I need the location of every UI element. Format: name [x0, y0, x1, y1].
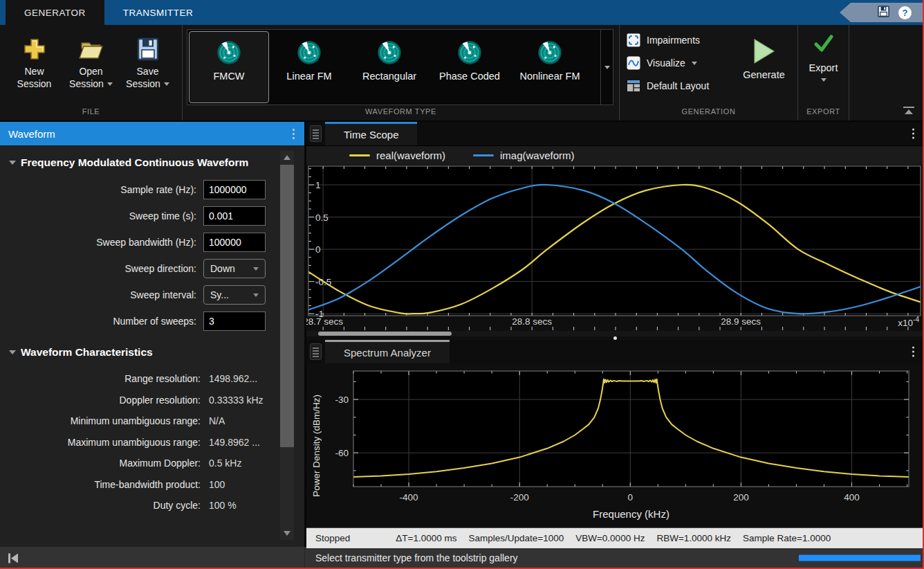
sweep-bandwidth-input[interactable]	[203, 233, 266, 252]
gallery-item-fmcw[interactable]: FMCW	[189, 31, 269, 103]
open-folder-icon	[77, 33, 105, 65]
svg-text:28.7 secs: 28.7 secs	[306, 316, 343, 327]
svg-text:x10-4: x10-4	[898, 316, 919, 328]
export-dropdown-icon	[821, 78, 826, 82]
tab-time-scope[interactable]: Time Scope	[325, 122, 417, 145]
help-icon[interactable]: ?	[898, 6, 912, 19]
tab-spectrum-analyzer[interactable]: Spectrum Analyzer	[325, 340, 450, 363]
time-bandwidth-product-label: Time-bandwidth product:	[0, 479, 201, 490]
fmcw-form: Sample rate (Hz): Sweep time (s): Sweep …	[0, 180, 279, 331]
char-row-range-resolution: Range resolution: 1498.962...	[0, 368, 279, 390]
titlebar: GENERATOR TRANSMITTER ?	[0, 0, 924, 25]
time-scope-plot[interactable]: 10.50-0.5-128.7 secs28.8 secs28.9 secsx1…	[306, 165, 924, 331]
scrollbar-thumb[interactable]	[280, 165, 294, 447]
sample-rate-input[interactable]	[203, 180, 266, 199]
section-header-fmcw[interactable]: Frequency Modulated Continuous Waveform	[0, 156, 279, 169]
section2-title: Waveform Characteristics	[21, 346, 153, 359]
char-row-max-unambiguous-range: Maximum unambiguous range: 149.8962 ...	[0, 432, 279, 453]
collapse-ribbon-button[interactable]	[903, 107, 914, 115]
visualize-icon	[627, 56, 640, 70]
number-of-sweeps-input[interactable]	[203, 311, 266, 331]
generate-play-icon	[751, 33, 777, 69]
gallery-expand-button[interactable]	[600, 30, 613, 105]
char-row-maximum-doppler: Maximum Doppler: 0.5 kHz	[0, 453, 279, 474]
time-scope-menu-icon[interactable]	[912, 129, 914, 139]
export-button[interactable]: Export	[798, 25, 849, 107]
section-header-characteristics[interactable]: Waveform Characteristics	[0, 346, 279, 359]
spectrum-plot-region: Power Density (dBm/Hz) -30-60-400-200020…	[306, 363, 924, 527]
sweep-time-input[interactable]	[203, 206, 266, 226]
gallery-item-phase-coded[interactable]: Phase Coded	[429, 31, 510, 103]
waveform-panel-header: Waveform	[0, 122, 304, 145]
sweep-bandwidth-label: Sweep bandwidth (Hz):	[0, 237, 203, 248]
sweep-direction-select[interactable]: Down	[203, 259, 266, 278]
collapse-triangle-icon	[9, 350, 16, 354]
gallery-item-label: Rectangular	[362, 70, 416, 82]
open-session-dropdown-icon[interactable]	[107, 82, 113, 86]
export-section-caption: EXPORT	[798, 107, 849, 120]
spectrum-status-bar: Stopped ΔT=1.0000 ms Samples/Update=1000…	[306, 527, 924, 548]
default-layout-button[interactable]: Default Layout	[627, 78, 732, 94]
generate-button[interactable]: Generate	[732, 32, 796, 107]
spectrum-plot[interactable]: -30-60-400-2000200400Frequency (kHz)	[326, 364, 922, 527]
svg-text:28.9 secs: 28.9 secs	[721, 316, 761, 327]
gallery-item-label: Nonlinear FM	[519, 70, 580, 82]
chevron-down-icon	[604, 66, 610, 69]
scroll-down-icon[interactable]	[284, 531, 290, 536]
gallery-item-nonlinear-fm[interactable]: Nonlinear FM	[510, 31, 590, 103]
svg-text:-200: -200	[510, 492, 529, 503]
scroll-up-icon[interactable]	[284, 155, 290, 160]
char-row-time-bandwidth-product: Time-bandwidth product: 100	[0, 474, 279, 496]
impairments-button[interactable]: Impairments	[627, 32, 732, 48]
sample-rate-label: Sample rate (Hz):	[0, 184, 203, 195]
max-unambiguous-range-label: Maximum unambiguous range:	[0, 437, 201, 448]
new-session-button[interactable]: New Session	[7, 30, 62, 107]
time-scope-scrollbar[interactable]	[306, 331, 924, 336]
panel-grip-icon[interactable]	[310, 125, 322, 142]
save-icon[interactable]	[877, 5, 890, 21]
chevron-down-icon	[253, 267, 259, 271]
sweep-time-label: Sweep time (s):	[0, 210, 203, 222]
toolstrip-spacer	[849, 25, 924, 120]
characteristics-list: Range resolution: 1498.962... Doppler re…	[0, 368, 279, 516]
doppler-resolution-label: Doppler resolution:	[0, 395, 201, 406]
status-samples-update: Samples/Update=1000	[468, 533, 564, 543]
toolstrip: New Session Open Session Save Session FI…	[0, 25, 924, 122]
export-check-icon	[813, 25, 835, 62]
gallery-item-linear-fm[interactable]: Linear FM	[269, 31, 349, 103]
svg-text:0: 0	[628, 492, 634, 503]
panel-scrollbar[interactable]	[280, 151, 294, 540]
visualize-label: Visualize	[647, 57, 685, 69]
panel-menu-icon[interactable]	[293, 129, 295, 139]
svg-text:200: 200	[733, 492, 749, 503]
sweep-interval-select[interactable]: Sy...	[203, 285, 266, 305]
save-session-button[interactable]: Save Session	[120, 30, 176, 107]
tab-transmitter[interactable]: TRANSMITTER	[104, 0, 212, 25]
time-scope-scroll-thumb[interactable]	[318, 332, 452, 336]
legend-item-imag[interactable]: imag(waveform)	[473, 150, 575, 161]
tab-generator[interactable]: GENERATOR	[6, 0, 104, 25]
save-session-dropdown-icon[interactable]	[164, 82, 169, 86]
panel-grip-icon[interactable]	[310, 343, 322, 360]
collapse-panel-icon[interactable]	[7, 552, 20, 565]
gallery-item-label: Phase Coded	[439, 70, 500, 82]
svg-text:400: 400	[844, 492, 860, 503]
char-row-doppler-resolution: Doppler resolution: 0.33333 kHz	[0, 390, 279, 411]
spectrum-menu-icon[interactable]	[912, 347, 914, 357]
status-sample-rate: Sample Rate=1.0000	[743, 533, 831, 543]
waveform-panel: Waveform Frequency Modulated Continuous …	[0, 122, 304, 547]
form-row-number-of-sweeps: Number of sweeps:	[0, 311, 279, 331]
visualize-button[interactable]: Visualize	[627, 55, 732, 71]
toolstrip-section-generation: Impairments Visualize Default Layout Gen…	[620, 25, 798, 120]
gallery-item-rectangular[interactable]: Rectangular	[349, 31, 429, 103]
range-resolution-label: Range resolution:	[0, 373, 201, 384]
sweep-direction-value: Down	[210, 263, 235, 274]
legend-item-real[interactable]: real(waveform)	[349, 150, 445, 161]
open-session-button[interactable]: Open Session	[64, 30, 119, 107]
toolstrip-section-waveform-type: FMCW Linear FM Rectangular Phase Coded	[183, 25, 620, 120]
svg-text:28.8 secs: 28.8 secs	[512, 316, 552, 327]
legend-swatch-imag	[473, 154, 494, 156]
svg-text:Frequency (kHz): Frequency (kHz)	[593, 508, 669, 520]
char-row-duty-cycle: Duty cycle: 100 %	[0, 495, 279, 516]
min-unambiguous-range-value: N/A	[209, 415, 225, 426]
